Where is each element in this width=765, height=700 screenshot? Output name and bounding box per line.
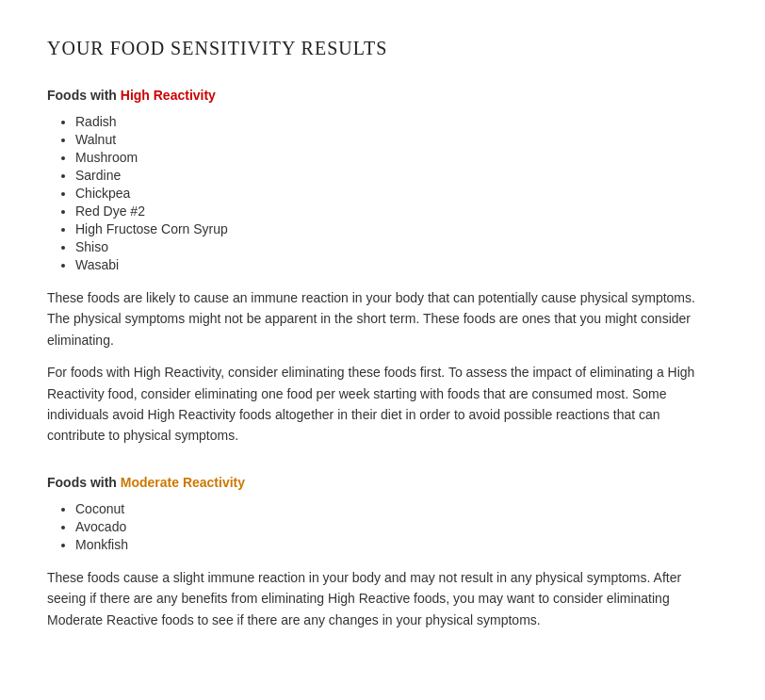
high-reactivity-heading: Foods with High Reactivity (47, 88, 718, 103)
moderate-reactivity-food-list: Coconut Avocado Monkfish (47, 501, 718, 552)
list-item: Walnut (75, 132, 718, 147)
moderate-reactivity-heading-prefix: Foods with (47, 475, 121, 490)
high-reactivity-description-2: For foods with High Reactivity, consider… (47, 362, 718, 447)
moderate-reactivity-description-1: These foods cause a slight immune reacti… (47, 567, 718, 630)
list-item: Shiso (75, 239, 718, 254)
list-item: High Fructose Corn Syrup (75, 221, 718, 236)
high-reactivity-food-list: Radish Walnut Mushroom Sardine Chickpea … (47, 114, 718, 272)
page-title: YOUR FOOD SENSITIVITY RESULTS (47, 38, 718, 59)
high-reactivity-description-1: These foods are likely to cause an immun… (47, 287, 718, 350)
moderate-reactivity-section: Foods with Moderate Reactivity Coconut A… (47, 475, 718, 630)
list-item: Coconut (75, 501, 718, 516)
list-item: Monkfish (75, 537, 718, 552)
list-item: Mushroom (75, 150, 718, 165)
moderate-reactivity-heading: Foods with Moderate Reactivity (47, 475, 718, 490)
list-item: Avocado (75, 519, 718, 534)
high-reactivity-section: Foods with High Reactivity Radish Walnut… (47, 88, 718, 447)
list-item: Chickpea (75, 186, 718, 201)
list-item: Wasabi (75, 257, 718, 272)
moderate-reactivity-label: Moderate Reactivity (121, 475, 245, 490)
high-reactivity-label: High Reactivity (121, 88, 216, 103)
list-item: Sardine (75, 168, 718, 183)
list-item: Red Dye #2 (75, 203, 718, 219)
high-reactivity-heading-prefix: Foods with (47, 88, 121, 103)
list-item: Radish (75, 114, 718, 129)
